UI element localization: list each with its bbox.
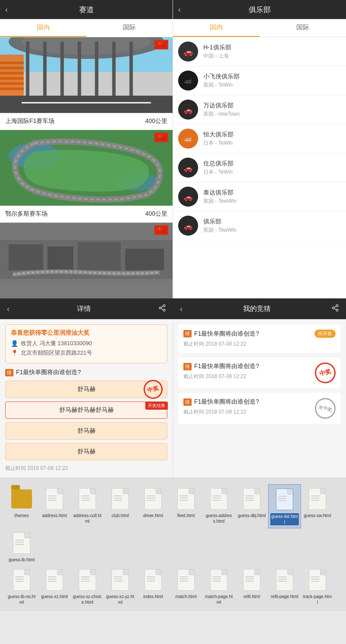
svg-text:🇨🇳: 🇨🇳	[158, 41, 166, 49]
file-guess-tb-no[interactable]: guess-tb-no.html	[5, 565, 38, 608]
club-item-0[interactable]: 🚗 H-1俱乐部 中国 - 上海	[173, 37, 346, 66]
doc-icon-address	[44, 487, 65, 511]
club-item-4[interactable]: 🚗 住总俱乐部 日本 - TeWin	[173, 153, 346, 182]
file-guess-address[interactable]: guess-address.html	[202, 484, 235, 528]
win-stamp: 中奖	[141, 378, 165, 401]
doc-icon-index	[143, 568, 163, 592]
file-guess-tb[interactable]: guess-tb.html	[5, 528, 38, 565]
club-panel: ‹ 俱乐部 国内 国际 🚗 H-1俱乐部 中国 - 上海 🏎	[173, 0, 346, 298]
club-item-1[interactable]: 🏎 小飞侠俱乐部 英国 - TeWin	[173, 66, 346, 95]
file-track-page[interactable]: track-page.html	[301, 565, 334, 608]
club-sub-4: 日本 - TeWin	[203, 168, 234, 176]
file-match-page[interactable]: match-page.html	[202, 565, 235, 608]
file-refit-page[interactable]: refit-page.html	[268, 565, 301, 608]
track-tab-international[interactable]: 国际	[86, 19, 173, 37]
file-address[interactable]: address.html	[38, 484, 71, 528]
prize-title: 恭喜您获得零公里润滑油大奖	[11, 329, 162, 337]
svg-point-55	[332, 307, 334, 309]
club-info-4: 住总俱乐部 日本 - TeWin	[203, 160, 234, 176]
track-header: ‹ 赛道	[0, 0, 173, 19]
file-name-guess-dkj: guess-dkj.html	[238, 513, 266, 518]
guess-content-panel: 猜 F1最快单圈将由谁创造? 待开奖 截止时间 2018 07-08 12:22…	[173, 319, 346, 477]
club-item-2[interactable]: 🚗 万达俱乐部 英国 - newTown	[173, 95, 346, 124]
track-tab-domestic[interactable]: 国内	[0, 19, 86, 37]
club-tab-international[interactable]: 国际	[260, 19, 346, 37]
file-fleet[interactable]: fleet.html	[170, 484, 202, 528]
prize-recipient-info: 👤 收货人 冯大量 13810330090	[11, 340, 162, 347]
file-guess-list[interactable]: guess-list.html	[268, 484, 301, 528]
prize-box: 恭喜您获得零公里润滑油大奖 👤 收货人 冯大量 13810330090 📍 北京…	[5, 324, 167, 363]
file-index[interactable]: index.html	[137, 565, 170, 608]
club-header-title: 俱乐部	[249, 5, 271, 15]
guess-bottom-bar: ‹ 我的竞猜	[173, 298, 346, 319]
club-item-5[interactable]: 🚗 泰达俱乐部 英国 - TewWin	[173, 182, 346, 211]
guess-item-2[interactable]: 猜 F1最快单圈将由谁创造? 截止时间 2018 07-08 12:22 未中奖	[178, 393, 341, 424]
club-list: 🚗 H-1俱乐部 中国 - 上海 🏎 小飞侠俱乐部 英国 - TeWin	[173, 37, 346, 240]
guess-q-tag-1: 猜	[183, 363, 192, 370]
track-item-erdos[interactable]: 🇨🇳 鄂尔多斯赛车场 400公里	[0, 130, 173, 223]
guess-item-0[interactable]: 猜 F1最快单圈将由谁创造? 待开奖 截止时间 2018 07-08 12:22	[178, 324, 341, 353]
club-tab-domestic[interactable]: 国内	[173, 19, 260, 37]
svg-rect-4	[43, 42, 47, 98]
guess-share-button[interactable]	[331, 304, 339, 314]
nowin-stamp-2: 未中奖	[313, 396, 338, 421]
svg-text:🏎: 🏎	[185, 78, 192, 85]
club-avatar-4: 🚗	[178, 158, 198, 178]
correct-badge: 开奖结果	[145, 402, 168, 410]
file-guess-sw[interactable]: guess-sw.html	[301, 484, 334, 528]
file-guess-xz-choice[interactable]: guess-xz-choice.html	[71, 565, 104, 608]
club-tabs: 国内 国际	[173, 19, 346, 37]
club-sub-2: 英国 - newTown	[203, 110, 240, 118]
file-address-coll[interactable]: address-coll.html	[71, 484, 104, 528]
track-image-erdos: 🇨🇳	[0, 130, 173, 206]
club-item-3[interactable]: 🏎 恒大俱乐部 日本 - TeWin	[173, 124, 346, 153]
file-club[interactable]: club.html	[104, 484, 137, 528]
track-distance-erdos: 400公里	[145, 210, 167, 218]
club-avatar-6: 🚗	[178, 216, 198, 236]
file-driver[interactable]: driver.html	[137, 484, 170, 528]
file-name-fleet: fleet.html	[177, 513, 195, 518]
club-info-0: H-1俱乐部 中国 - 上海	[203, 44, 231, 60]
club-info-2: 万达俱乐部 英国 - newTown	[203, 102, 240, 118]
detail-share-button[interactable]	[158, 304, 166, 314]
svg-line-58	[334, 306, 336, 307]
doc-icon-track-page	[307, 568, 328, 592]
detail-bottom-bar: ‹ 详情	[0, 298, 173, 319]
file-guess-dkj[interactable]: guess-dkj.html	[235, 484, 268, 528]
file-refit[interactable]: refit.html	[235, 565, 268, 608]
club-info-3: 恒大俱乐部 日本 - TeWin	[203, 131, 234, 147]
file-name-refit-page: refit-page.html	[271, 594, 298, 599]
club-item-6[interactable]: 🚗 俱乐部 英国 - TewWin	[173, 211, 346, 240]
option-2[interactable]: 舒马赫	[5, 422, 167, 440]
option-1[interactable]: 舒马赫舒马赫舒马赫 开奖结果	[5, 401, 167, 419]
doc-icon-guess-tb	[11, 531, 32, 555]
guess-item-1[interactable]: 猜 F1最快单圈将由谁创造? 截止时间 2018 07-08 12:22 中奖	[178, 357, 341, 388]
svg-point-49	[163, 305, 165, 307]
doc-icon-guess-tb-no	[11, 568, 32, 592]
club-back-button[interactable]: ‹	[178, 5, 181, 14]
svg-rect-29	[48, 246, 74, 270]
club-info-5: 泰达俱乐部 英国 - TewWin	[203, 189, 237, 205]
track-item-shanghai[interactable]: 🇨🇳 上海国际F1赛车场 400公里	[0, 37, 173, 130]
bottom-bars: ‹ 详情 ‹ 我的竞猜	[0, 298, 346, 319]
club-name-6: 俱乐部	[203, 218, 237, 226]
guess-item-0-header: 猜 F1最快单圈将由谁创造? 待开奖	[183, 330, 336, 338]
svg-rect-17	[0, 96, 173, 113]
option-0[interactable]: 舒马赫 中奖	[5, 381, 167, 398]
question-text: F1最快单圈将由谁创造?	[16, 369, 81, 376]
option-3-text: 舒马赫	[77, 448, 96, 455]
file-guess-xz-yz[interactable]: guess-xz-yz.html	[104, 565, 137, 608]
option-3[interactable]: 舒马赫	[5, 443, 167, 460]
track-item-third[interactable]: 🇨🇳	[0, 223, 173, 298]
track-back-button[interactable]: ‹	[5, 5, 8, 14]
club-name-0: H-1俱乐部	[203, 44, 231, 52]
file-match[interactable]: match.html	[170, 565, 202, 608]
club-sub-3: 日本 - TeWin	[203, 139, 234, 147]
win-stamp-1: 中奖	[313, 360, 338, 386]
file-themes-folder[interactable]: themes	[5, 484, 38, 528]
svg-text:🚗: 🚗	[184, 164, 192, 172]
svg-point-50	[159, 307, 161, 309]
club-name-2: 万达俱乐部	[203, 102, 240, 110]
file-guess-xz[interactable]: guess-xz.html	[38, 565, 71, 608]
doc-icon-driver	[143, 487, 163, 511]
